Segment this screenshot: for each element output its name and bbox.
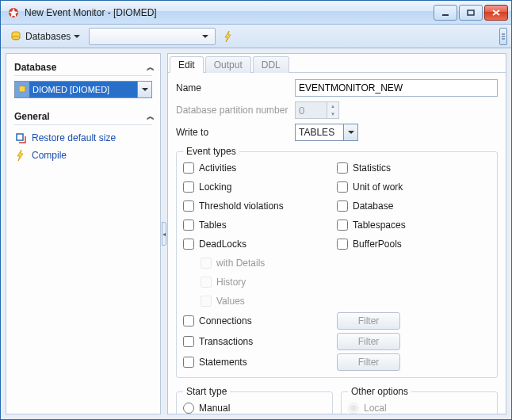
restore-default-size-label: Restore default size (32, 132, 116, 143)
other-options-legend: Other options (348, 386, 411, 397)
compile-label: Compile (32, 150, 67, 161)
connections-filter-button[interactable]: Filter (337, 312, 400, 330)
restore-default-size-link[interactable]: Restore default size (14, 130, 152, 146)
check-activities[interactable]: Activities (183, 160, 334, 176)
check-statistics[interactable]: Statistics (337, 160, 491, 176)
database-checkbox[interactable] (337, 200, 348, 212)
edit-form: Name Database partition number ▲ ▼ Write… (168, 73, 506, 414)
transactions-checkbox[interactable] (183, 336, 194, 347)
toolbar-combo[interactable] (89, 28, 216, 45)
check-locking[interactable]: Locking (183, 179, 334, 195)
databases-dropdown[interactable]: Databases (4, 28, 86, 45)
tab-output[interactable]: Output (205, 56, 251, 73)
database-icon (10, 30, 22, 43)
tab-ddl[interactable]: DDL (253, 56, 289, 73)
tablespaces-checkbox[interactable] (337, 220, 348, 231)
check-transactions[interactable]: Transactions (183, 334, 334, 349)
radio-local-row: Local (348, 400, 491, 414)
statements-checkbox[interactable] (183, 357, 194, 368)
check-deadlocks[interactable]: DeadLocks (183, 236, 334, 252)
database-icon (15, 82, 29, 97)
body: Database ︽ DIOMED [DIOMED] General ︽ (1, 48, 511, 419)
sidebar-database-header[interactable]: Database ︽ (14, 59, 152, 76)
compile-button[interactable] (219, 28, 238, 45)
minimize-button[interactable] (434, 5, 457, 21)
deadlocks-checkbox[interactable] (183, 239, 194, 250)
database-label: Database (353, 200, 393, 212)
writeto-combo[interactable]: TABLES (295, 124, 358, 141)
activities-checkbox[interactable] (183, 162, 194, 174)
transactions-label: Transactions (199, 336, 253, 347)
local-radio (348, 403, 359, 414)
svg-rect-2 (468, 10, 474, 15)
maximize-button[interactable] (459, 5, 483, 21)
other-options-group: Other options Local Global (341, 386, 498, 414)
tab-edit[interactable]: Edit (170, 56, 204, 73)
deadlocks-label: DeadLocks (199, 239, 246, 250)
writeto-row: Write to TABLES (176, 124, 498, 141)
radio-manual-row[interactable]: Manual (183, 400, 326, 414)
check-values: Values (183, 293, 334, 309)
statements-label: Statements (199, 357, 247, 368)
spinner-up-icon: ▲ (327, 102, 338, 110)
sidebar-general-title: General (14, 111, 50, 122)
threshold-violations-checkbox[interactable] (183, 200, 194, 212)
unit-of-work-checkbox[interactable] (337, 181, 348, 193)
splitter[interactable]: ◂ (161, 53, 167, 414)
chevron-down-icon (199, 30, 212, 43)
check-with-details: with Details (183, 255, 334, 271)
event-types-grid: Activities Statistics Locking Unit (183, 160, 491, 371)
locking-checkbox[interactable] (183, 181, 194, 193)
locking-label: Locking (199, 181, 231, 193)
partition-label: Database partition number (176, 105, 295, 116)
lightning-icon (222, 30, 235, 43)
activities-label: Activities (199, 162, 236, 174)
with-details-label: with Details (216, 258, 265, 269)
bufferpools-checkbox[interactable] (337, 239, 348, 250)
titlebar: New Event Monitor - [DIOMED] (1, 1, 511, 25)
main-panel: Edit Output DDL Name Database partition … (167, 53, 506, 414)
unit-of-work-label: Unit of work (353, 181, 403, 193)
window: New Event Monitor - [DIOMED] Databa (0, 0, 512, 420)
database-selected-label: DIOMED [DIOMED] (29, 82, 137, 97)
start-type-group: Start type Manual Autostart (176, 386, 333, 414)
transactions-filter-button[interactable]: Filter (337, 333, 400, 350)
values-checkbox (201, 296, 212, 307)
local-label: Local (364, 403, 387, 414)
writeto-label: Write to (176, 127, 295, 138)
connections-checkbox[interactable] (183, 315, 194, 326)
check-tables[interactable]: Tables (183, 217, 334, 233)
event-types-group: Event types Activities Statistics L (176, 146, 498, 378)
statistics-checkbox[interactable] (337, 162, 348, 174)
partition-input (295, 101, 327, 119)
window-title: New Event Monitor - [DIOMED] (25, 7, 434, 18)
check-statements[interactable]: Statements (183, 354, 334, 370)
history-label: History (216, 277, 246, 288)
name-input[interactable] (295, 79, 498, 97)
tables-checkbox[interactable] (183, 220, 194, 231)
toolbar-expander[interactable] (499, 28, 507, 45)
check-database[interactable]: Database (337, 198, 491, 214)
chevron-down-icon (343, 124, 357, 140)
statements-filter-button[interactable]: Filter (337, 353, 400, 371)
check-history: History (183, 274, 334, 290)
tab-row: Edit Output DDL (168, 54, 506, 73)
spinner-down-icon: ▼ (327, 110, 338, 118)
restore-size-icon (14, 132, 27, 144)
collapse-icon: ︽ (147, 111, 152, 122)
name-row: Name (176, 79, 498, 97)
compile-link[interactable]: Compile (14, 147, 152, 163)
check-unit-of-work[interactable]: Unit of work (337, 179, 491, 195)
sidebar-general-header[interactable]: General ︽ (14, 108, 152, 125)
close-button[interactable] (484, 5, 508, 21)
partition-spinner: ▲ ▼ (295, 101, 339, 119)
check-bufferpools[interactable]: BufferPools (337, 236, 491, 252)
check-connections[interactable]: Connections (183, 313, 334, 329)
database-selector[interactable]: DIOMED [DIOMED] (14, 81, 152, 98)
lightning-icon (14, 149, 27, 162)
check-threshold-violations[interactable]: Threshold violations (183, 198, 334, 214)
svg-rect-6 (17, 134, 23, 140)
manual-radio[interactable] (183, 403, 194, 414)
check-tablespaces[interactable]: Tablespaces (337, 217, 491, 233)
start-type-legend: Start type (183, 386, 230, 397)
